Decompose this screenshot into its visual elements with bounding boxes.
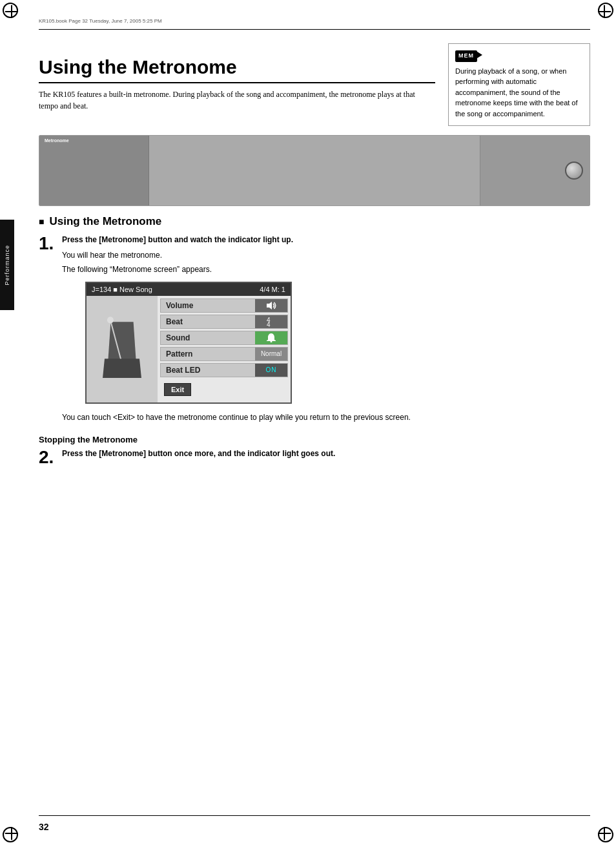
kb-knob [565,162,583,180]
memo-icon-row: MEM [455,50,583,62]
keyboard-image: Metronome [39,135,590,206]
metro-base [103,359,141,378]
circle-mark-br [598,827,613,842]
circle-mark-tr [598,3,613,18]
step-2: 2. Press the [Metronome] button once mor… [39,448,590,466]
page-number: 32 [39,822,49,832]
metro-header-left: J=134 ■ New Song [92,286,152,293]
metro-label-beat: Beat [161,317,255,326]
metro-row-beat[interactable]: Beat 4 4 [160,315,288,329]
metro-value-pattern: Normal [255,348,287,360]
step-2-content: Press the [Metronome] button once more, … [62,448,590,466]
step-2-number: 2. [39,448,54,466]
metro-graphic [87,296,158,402]
main-content: Using the Metronome The KR105 features a… [39,36,590,819]
title-section: Using the Metronome The KR105 features a… [39,43,590,126]
metro-label-volume: Volume [161,301,255,310]
memo-logo: MEM [455,50,477,62]
metro-value-sound [255,331,287,344]
metro-value-beat: 4 4 [255,315,287,328]
circle-mark-tl [3,3,18,18]
metro-header-right: 4/4 M: 1 [260,286,285,293]
col-side: MEM During playback of a song, or when p… [448,43,590,126]
metro-exit-button[interactable]: Exit [164,383,191,396]
step-1-number: 1. [39,235,54,426]
metro-row-volume[interactable]: Volume [160,298,288,313]
metro-value-volume [255,299,287,312]
step-2-bold: Press the [Metronome] button once more, … [62,448,590,459]
metro-value-beat-led: ON [255,364,287,377]
metro-label-beat-led: Beat LED [161,366,255,375]
metro-row-sound[interactable]: Sound [160,331,288,345]
book-reference: KR105.book Page 32 Tuesday, June 7, 2005… [39,18,162,24]
keyboard-controls [39,136,590,205]
footer-rule [39,815,590,816]
section-heading: Using the Metronome [39,215,590,228]
step-1-after-text: You can touch <Exit> to have the metrono… [62,412,590,423]
svg-rect-3 [271,341,272,342]
metronome-screen: J=134 ■ New Song 4/4 M: 1 [85,282,292,404]
memo-box: MEM During playback of a song, or when p… [448,43,590,126]
metro-body: Volume Be [87,296,291,402]
metro-row-pattern[interactable]: Pattern Normal [160,347,288,361]
performance-tab-label: Performance [4,245,10,286]
memo-text: During playback of a song, or when perfo… [455,66,583,120]
step-1-bold: Press the [Metronome] button and watch t… [62,235,590,245]
step-1-text1: You will hear the metronome. [62,249,590,261]
intro-paragraph: The KR105 features a built-in metronome.… [39,89,435,112]
stopping-heading: Stopping the Metronome [39,435,590,444]
metro-label-pattern: Pattern [161,349,255,359]
kb-label-metronome: Metronome [45,138,69,143]
step-1: 1. Press the [Metronome] button and watc… [39,235,590,426]
step-1-content: Press the [Metronome] button and watch t… [62,235,590,426]
metro-screen-header: J=134 ■ New Song 4/4 M: 1 [87,283,291,296]
metro-row-beat-led[interactable]: Beat LED ON [160,363,288,377]
step-1-text2: The following “Metronome screen” appears… [62,264,590,275]
performance-tab: Performance [0,220,14,310]
kb-panel-mid [149,136,479,205]
header-rule [39,29,590,30]
svg-text:4: 4 [267,321,271,328]
metro-label-sound: Sound [161,333,255,342]
metro-menu: Volume Be [158,296,291,402]
circle-mark-bl [3,827,18,842]
metro-shape [103,320,141,378]
col-main: Using the Metronome The KR105 features a… [39,43,435,126]
svg-marker-0 [267,302,272,309]
kb-panel-left [39,136,149,205]
page-title: Using the Metronome [39,56,435,83]
